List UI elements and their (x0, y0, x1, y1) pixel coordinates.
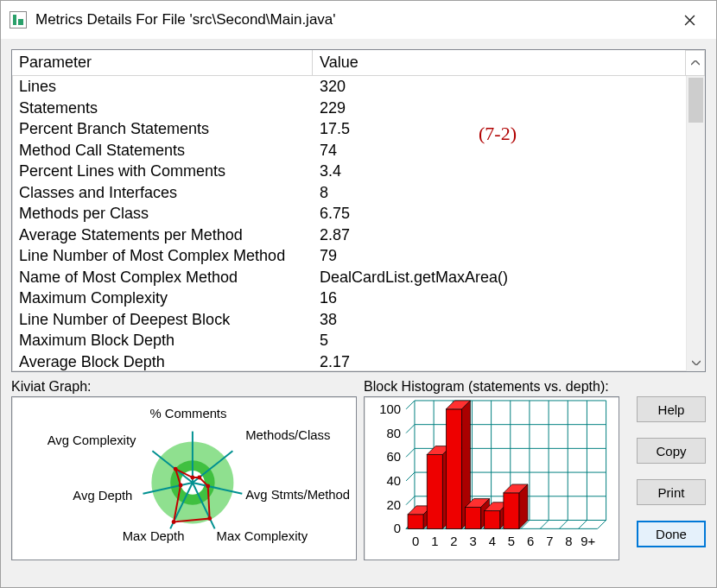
cell-parameter: Average Statements per Method (12, 224, 313, 246)
cell-parameter: Statements (12, 98, 313, 119)
table-row[interactable]: Statements229 (12, 98, 686, 119)
kiviat-section: Kiviat Graph: (11, 379, 357, 560)
cell-parameter: Percent Branch Statements (12, 118, 313, 140)
cell-value: 38 (313, 309, 686, 331)
table-row[interactable]: Name of Most Complex MethodDealCardList.… (12, 267, 686, 288)
scroll-up-button[interactable] (686, 50, 705, 76)
cell-value: 6.75 (313, 203, 686, 224)
table-row[interactable]: Lines320 (12, 76, 686, 98)
cell-parameter: Line Number of Deepest Block (12, 309, 313, 331)
cell-value: 5 (313, 330, 686, 351)
cell-value: 2.87 (313, 224, 686, 246)
cell-parameter: Average Block Depth (12, 351, 313, 372)
axis-avg-depth: Avg Depth (73, 489, 132, 503)
table-row[interactable]: Method Call Statements74 (12, 140, 686, 161)
block-histogram-chart: 0204060801000123456789+ (365, 397, 619, 560)
svg-point-12 (197, 476, 201, 480)
kiviat-chart: % Comments Methods/Class Avg Stmts/Metho… (12, 397, 356, 560)
scrollbar-thumb[interactable] (688, 78, 703, 123)
cell-value: 8 (313, 182, 686, 204)
svg-text:1: 1 (431, 534, 438, 548)
done-button[interactable]: Done (637, 521, 706, 547)
app-icon (10, 11, 27, 28)
histogram-section: Block Histogram (statements vs. depth): … (364, 379, 619, 560)
scroll-down-button[interactable] (687, 355, 705, 368)
cell-value: DealCardList.getMaxArea() (313, 267, 686, 288)
svg-line-51 (406, 425, 415, 433)
svg-text:2: 2 (450, 534, 457, 548)
svg-line-44 (579, 520, 587, 528)
svg-rect-59 (446, 409, 461, 529)
svg-point-14 (207, 516, 212, 521)
svg-line-42 (540, 520, 549, 528)
metrics-dialog: Metrics Details For File 'src\Second\Mai… (0, 0, 717, 588)
axis-methods-class: Methods/Class (245, 428, 330, 442)
cell-parameter: Lines (12, 76, 313, 98)
svg-point-15 (172, 520, 176, 524)
cell-parameter: Line Number of Most Complex Method (12, 245, 313, 267)
svg-text:9+: 9+ (581, 534, 595, 548)
svg-rect-53 (408, 515, 423, 529)
chevron-up-icon (691, 60, 700, 66)
svg-line-43 (559, 520, 568, 528)
axis-comments: % Comments (149, 407, 226, 420)
kiviat-label: Kiviat Graph: (11, 379, 357, 395)
histogram-panel: 0204060801000123456789+ (364, 396, 619, 560)
figure-annotation: (7-2) (479, 123, 517, 145)
content-area: Parameter Value (7-2) Lines320Statements… (1, 39, 716, 571)
svg-text:0: 0 (394, 522, 401, 535)
table-row[interactable]: Line Number of Deepest Block38 (12, 309, 686, 331)
help-button[interactable]: Help (637, 396, 706, 422)
table-row[interactable]: Methods per Class6.75 (12, 203, 686, 224)
svg-text:80: 80 (387, 427, 402, 440)
table-header: Parameter Value (12, 50, 705, 76)
svg-text:4: 4 (489, 534, 496, 548)
axis-max-complexity: Max Complexity (217, 529, 308, 543)
copy-button[interactable]: Copy (637, 438, 706, 464)
close-icon (684, 15, 695, 26)
table-row[interactable]: Maximum Complexity16 (12, 288, 686, 309)
table-row[interactable]: Average Block Depth2.17 (12, 351, 686, 372)
window-title: Metrics Details For File 'src\Second\Mai… (35, 11, 669, 28)
svg-text:6: 6 (527, 534, 534, 548)
svg-text:20: 20 (387, 498, 402, 512)
cell-value: 2.17 (313, 351, 686, 372)
svg-text:60: 60 (387, 450, 402, 464)
cell-parameter: Methods per Class (12, 203, 313, 224)
button-column: Help Copy Print Done (626, 379, 706, 560)
close-button[interactable] (669, 7, 709, 33)
svg-point-13 (206, 484, 210, 488)
cell-value: 229 (313, 98, 686, 119)
svg-text:3: 3 (470, 534, 477, 548)
histogram-label: Block Histogram (statements vs. depth): (364, 379, 619, 395)
vertical-scrollbar[interactable] (686, 76, 705, 371)
svg-rect-56 (427, 454, 442, 528)
svg-rect-68 (504, 493, 519, 529)
print-button[interactable]: Print (637, 479, 706, 505)
table-row[interactable]: Maximum Block Depth5 (12, 330, 686, 351)
cell-parameter: Method Call Statements (12, 140, 313, 161)
svg-text:40: 40 (387, 474, 402, 488)
table-row[interactable]: Percent Branch Statements17.5 (12, 118, 686, 140)
table-row[interactable]: Line Number of Most Complex Method79 (12, 245, 686, 267)
col-header-parameter[interactable]: Parameter (12, 50, 313, 76)
table-row[interactable]: Average Statements per Method2.87 (12, 224, 686, 246)
axis-avg-complexity: Avg Complexity (48, 433, 136, 447)
table-row[interactable]: Classes and Interfaces8 (12, 182, 686, 204)
svg-text:7: 7 (546, 534, 553, 548)
metrics-table: Parameter Value (7-2) Lines320Statements… (11, 49, 706, 372)
svg-line-50 (406, 448, 415, 457)
cell-parameter: Percent Lines with Comments (12, 161, 313, 182)
svg-line-45 (598, 520, 606, 528)
cell-parameter: Classes and Interfaces (12, 182, 313, 204)
kiviat-panel: % Comments Methods/Class Avg Stmts/Metho… (11, 396, 357, 560)
table-row[interactable]: Percent Lines with Comments3.4 (12, 161, 686, 182)
svg-point-17 (174, 467, 178, 471)
svg-text:100: 100 (379, 402, 401, 416)
svg-text:5: 5 (508, 534, 515, 548)
cell-parameter: Maximum Block Depth (12, 330, 313, 351)
table-rows: (7-2) Lines320Statements229Percent Branc… (12, 76, 686, 371)
col-header-value[interactable]: Value (313, 50, 686, 76)
svg-line-52 (406, 401, 415, 409)
svg-line-48 (406, 496, 415, 505)
